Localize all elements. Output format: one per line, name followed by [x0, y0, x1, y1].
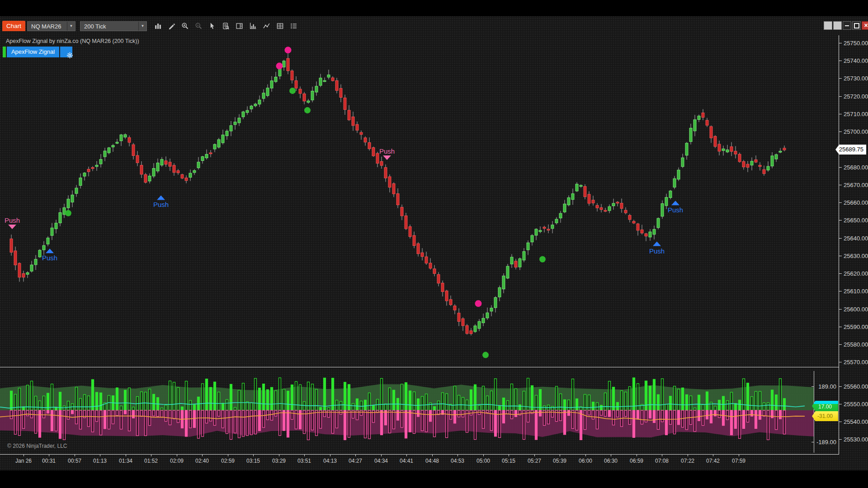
price-axis-label: 25750.00 — [844, 40, 868, 47]
properties-icon[interactable] — [288, 20, 299, 31]
axis-tick — [839, 78, 842, 79]
price-axis-label: 25730.00 — [844, 75, 868, 82]
interval-selector[interactable]: 200 Tick ▼ — [80, 21, 147, 31]
price-chart-canvas[interactable]: PushPushPushPushPushPush — [0, 35, 839, 367]
time-axis-label: 04:27 — [349, 458, 362, 464]
time-axis-label: 06:00 — [579, 458, 592, 464]
price-axis-label: 25630.00 — [844, 252, 868, 259]
axis-tick — [611, 454, 611, 456]
axis-tick — [100, 454, 100, 456]
last-price-badge: 25689.75 — [835, 145, 866, 155]
oscillator-panel-canvas[interactable] — [0, 367, 814, 453]
data-box-icon[interactable] — [221, 20, 231, 31]
axis-tick — [304, 454, 305, 456]
time-axis-label: 05:39 — [553, 458, 566, 464]
axis-tick — [811, 386, 814, 387]
tab-chart[interactable]: Chart — [2, 21, 25, 31]
axis-tick — [839, 273, 842, 274]
time-axis-label: 04:48 — [425, 458, 439, 464]
close-button[interactable]: × — [862, 21, 868, 30]
axis-tick — [839, 238, 842, 239]
svg-text:Push: Push — [379, 147, 395, 155]
time-axis-label: 00:31 — [42, 458, 56, 464]
axis-tick — [24, 454, 24, 456]
svg-text:Push: Push — [5, 216, 20, 224]
time-axis-label: 02:09 — [170, 458, 184, 464]
strategies-icon[interactable] — [275, 20, 285, 31]
chart-style-icon[interactable] — [153, 20, 163, 31]
axis-tick — [839, 43, 842, 43]
axis-tick — [839, 185, 842, 185]
svg-text:Push: Push — [153, 201, 169, 208]
axis-tick — [713, 454, 713, 456]
drawing-objects-icon[interactable] — [261, 20, 272, 31]
panel-separator[interactable] — [0, 367, 839, 367]
axis-tick — [839, 202, 842, 203]
axis-tick — [126, 454, 126, 456]
time-axis-label: 06:30 — [604, 458, 618, 464]
time-axis-label: 05:15 — [502, 458, 515, 464]
oscillator-axis-label: -189.00 — [816, 439, 836, 446]
time-axis-label: 03:15 — [246, 458, 260, 464]
axis-tick — [839, 344, 842, 345]
time-axis-label: Jan 26 — [15, 458, 32, 464]
axis-tick — [839, 362, 842, 362]
time-axis-label: 01:52 — [144, 458, 158, 464]
price-axis-label: 25670.00 — [844, 181, 868, 188]
axis-tick — [839, 386, 842, 387]
time-axis-label: 06:59 — [630, 458, 643, 464]
axis-tick — [839, 114, 842, 114]
axis-tick — [483, 454, 484, 456]
price-axis-label: 25640.00 — [844, 235, 868, 241]
drawing-tools-icon[interactable] — [166, 20, 177, 31]
axis-tick — [688, 454, 688, 456]
axis-tick — [637, 454, 637, 456]
copyright-text: © 2026 NinjaTrader, LLC — [7, 443, 67, 449]
axis-tick — [151, 454, 151, 456]
axis-tick — [534, 454, 535, 456]
price-axis-label: 25580.00 — [844, 341, 868, 348]
axis-tick — [560, 454, 560, 456]
axis-tick — [279, 454, 279, 456]
instrument-link-button[interactable] — [824, 21, 832, 30]
cursor-icon[interactable] — [207, 20, 217, 31]
axis-tick — [509, 454, 509, 456]
indicators-icon[interactable] — [248, 20, 258, 31]
interval-value: 200 Tick — [80, 23, 138, 30]
time-axis-label: 05:27 — [528, 458, 541, 464]
svg-text:Push: Push — [649, 247, 665, 255]
zoom-in-icon[interactable] — [180, 20, 190, 31]
axis-tick — [839, 256, 842, 256]
price-axis-label: 25560.00 — [844, 383, 868, 390]
axis-tick — [228, 454, 228, 456]
axis-tick — [839, 61, 842, 61]
minimize-button[interactable] — [843, 21, 851, 30]
slow-line-value-badge: -31.00 — [812, 411, 838, 421]
price-axis-label: 25720.00 — [844, 93, 868, 99]
price-axis-label: 25660.00 — [844, 199, 868, 206]
axis-tick — [330, 454, 330, 456]
instrument-value: NQ MAR26 — [28, 23, 67, 30]
chevron-down-icon: ▼ — [67, 22, 75, 31]
maximize-button[interactable] — [852, 21, 861, 30]
axis-tick — [381, 454, 382, 456]
price-axis-label: 25590.00 — [844, 323, 868, 330]
price-axis-label: 25600.00 — [844, 305, 868, 312]
time-axis-label: 04:34 — [374, 458, 388, 464]
price-axis-label: 25680.00 — [844, 164, 868, 170]
axis-tick — [839, 291, 842, 291]
instrument-selector[interactable]: NQ MAR26 ▼ — [27, 21, 75, 31]
axis-tick — [355, 454, 356, 456]
interval-link-button[interactable] — [833, 21, 842, 30]
oscillator-axis-line — [814, 371, 814, 453]
chart-trader-icon[interactable] — [234, 20, 245, 31]
price-axis-label: 25570.00 — [844, 359, 868, 366]
time-axis-label: 01:34 — [119, 458, 132, 464]
time-axis-label: 03:51 — [297, 458, 311, 464]
zoom-out-icon — [193, 20, 204, 31]
axis-tick — [177, 454, 177, 456]
axis-tick — [75, 454, 75, 456]
window-controls: × — [824, 21, 868, 30]
axis-tick — [839, 220, 842, 221]
time-axis-label: 04:13 — [323, 458, 337, 464]
